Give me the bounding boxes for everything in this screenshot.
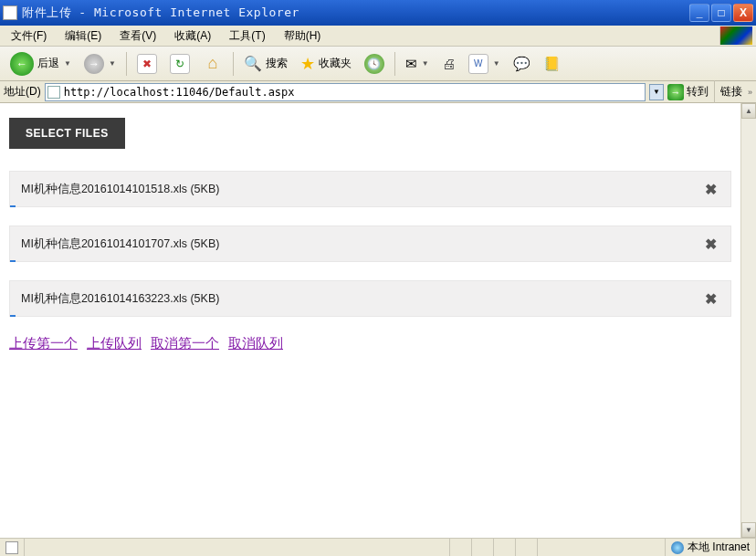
back-label: 后退: [37, 56, 59, 71]
scroll-track[interactable]: [741, 119, 756, 522]
edit-button[interactable]: W▼: [464, 51, 505, 77]
address-dropdown[interactable]: ▼: [649, 84, 664, 100]
content-area: SELECT FILES MI机种信息20161014101518.xls (5…: [0, 103, 756, 538]
separator: [233, 52, 234, 76]
file-name: MI机种信息20161014101518.xls (5KB): [21, 182, 219, 197]
progress-bar: [10, 315, 16, 317]
forward-button[interactable]: → ▼: [79, 51, 121, 77]
remove-file-button[interactable]: ✖: [701, 289, 719, 308]
chevron-down-icon: ▼: [422, 59, 429, 68]
links-expand-icon[interactable]: »: [748, 88, 752, 97]
file-name: MI机种信息20161014163223.xls (5KB): [21, 291, 219, 307]
scroll-up-button[interactable]: ▲: [741, 103, 756, 119]
minimize-button[interactable]: _: [689, 4, 709, 22]
security-zone: 本地 Intranet: [666, 539, 756, 556]
print-icon: 🖨: [442, 56, 456, 71]
page-body: SELECT FILES MI机种信息20161014101518.xls (5…: [0, 103, 740, 538]
stop-button[interactable]: ✖: [132, 51, 162, 77]
mail-button[interactable]: ✉▼: [401, 53, 434, 75]
address-label: 地址(D): [4, 84, 41, 100]
separator: [714, 80, 715, 104]
back-icon: ←: [10, 52, 34, 76]
separator: [394, 52, 395, 76]
titlebar: 附件上传 - Microsoft Internet Explorer _ □ X: [0, 0, 756, 26]
page-icon: [5, 541, 18, 554]
chevron-down-icon: ▼: [493, 59, 500, 68]
menu-favorites[interactable]: 收藏(A): [167, 26, 218, 46]
home-button[interactable]: ⌂: [198, 51, 227, 77]
menu-help[interactable]: 帮助(H): [277, 26, 329, 46]
vertical-scrollbar[interactable]: ▲ ▼: [740, 103, 756, 538]
address-bar: 地址(D) ▼ → 转到 链接 »: [0, 81, 756, 103]
status-cell: [494, 539, 516, 556]
url-input[interactable]: [64, 86, 643, 99]
status-cell: [516, 539, 538, 556]
star-icon: ★: [300, 54, 315, 74]
remove-file-button[interactable]: ✖: [701, 235, 719, 253]
address-field[interactable]: [45, 83, 646, 101]
chevron-down-icon: ▼: [109, 59, 116, 68]
links-label[interactable]: 链接: [720, 84, 742, 100]
progress-bar: [10, 205, 16, 207]
action-links: 上传第一个 上传队列 取消第一个 取消队列: [9, 335, 731, 352]
menu-tools[interactable]: 工具(T): [222, 26, 272, 46]
window-title: 附件上传 - Microsoft Internet Explorer: [22, 5, 299, 21]
upload-queue-link[interactable]: 上传队列: [87, 335, 142, 352]
file-item: MI机种信息20161014101518.xls (5KB) ✖: [9, 171, 731, 207]
print-button[interactable]: 🖨: [437, 53, 460, 74]
menu-edit[interactable]: 编辑(E): [58, 26, 109, 46]
maximize-button[interactable]: □: [711, 4, 731, 22]
search-icon: 🔍: [244, 55, 262, 72]
refresh-icon: ↻: [170, 54, 190, 74]
favorites-label: 收藏夹: [319, 56, 352, 71]
go-label: 转到: [687, 84, 709, 100]
search-button[interactable]: 🔍 搜索: [239, 52, 292, 75]
stop-icon: ✖: [137, 54, 157, 74]
close-button[interactable]: X: [733, 4, 753, 22]
zone-label: 本地 Intranet: [688, 540, 750, 555]
file-list: MI机种信息20161014101518.xls (5KB) ✖ MI机种信息2…: [9, 171, 731, 317]
status-bar: 本地 Intranet: [0, 538, 756, 556]
status-page-icon: [0, 539, 25, 556]
cancel-first-link[interactable]: 取消第一个: [151, 335, 219, 352]
history-button[interactable]: 🕓: [360, 51, 389, 77]
page-icon: [47, 86, 60, 99]
toolbar: ← 后退 ▼ → ▼ ✖ ↻ ⌂ 🔍 搜索 ★ 收藏夹 🕓 ✉▼ 🖨 W▼ 💬 …: [0, 47, 756, 81]
go-button[interactable]: → 转到: [667, 84, 709, 100]
status-cell: [472, 539, 494, 556]
search-label: 搜索: [266, 56, 288, 71]
discuss-button[interactable]: 💬: [509, 53, 535, 75]
window-controls: _ □ X: [689, 4, 753, 22]
back-button[interactable]: ← 后退 ▼: [5, 49, 76, 79]
research-icon: 📒: [543, 56, 561, 72]
refresh-button[interactable]: ↻: [165, 51, 194, 77]
globe-icon: [671, 541, 684, 554]
favorites-button[interactable]: ★ 收藏夹: [296, 51, 356, 77]
go-icon: →: [667, 84, 684, 100]
chevron-down-icon: ▼: [64, 59, 71, 68]
status-cell: [538, 539, 666, 556]
app-icon: [3, 5, 17, 20]
windows-flag-icon: [719, 26, 752, 45]
edit-icon: W: [468, 54, 488, 74]
cancel-queue-link[interactable]: 取消队列: [228, 335, 283, 352]
history-icon: 🕓: [364, 54, 384, 74]
menu-file[interactable]: 文件(F): [4, 26, 54, 46]
progress-bar: [10, 260, 16, 262]
file-item: MI机种信息20161014101707.xls (5KB) ✖: [9, 226, 731, 262]
select-files-button[interactable]: SELECT FILES: [9, 118, 125, 149]
forward-icon: →: [84, 54, 104, 74]
file-name: MI机种信息20161014101707.xls (5KB): [21, 236, 219, 252]
menu-view[interactable]: 查看(V): [112, 26, 163, 46]
research-button[interactable]: 📒: [539, 53, 565, 75]
menubar: 文件(F) 编辑(E) 查看(V) 收藏(A) 工具(T) 帮助(H): [0, 26, 756, 47]
status-cell: [450, 539, 472, 556]
status-text: [25, 539, 450, 556]
discuss-icon: 💬: [513, 56, 530, 72]
scroll-down-button[interactable]: ▼: [741, 522, 756, 538]
remove-file-button[interactable]: ✖: [701, 180, 719, 198]
file-item: MI机种信息20161014163223.xls (5KB) ✖: [9, 280, 731, 317]
upload-first-link[interactable]: 上传第一个: [9, 335, 78, 352]
separator: [126, 52, 127, 76]
mail-icon: ✉: [405, 56, 417, 72]
